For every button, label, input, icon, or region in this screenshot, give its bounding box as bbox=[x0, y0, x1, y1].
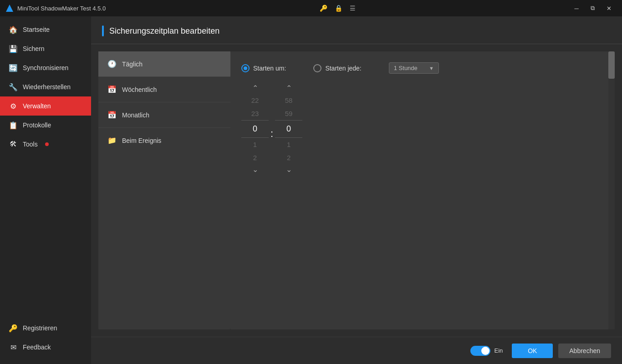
manage-icon: ⚙ bbox=[9, 102, 17, 110]
app-title: MiniTool ShadowMaker Test 4.5.0 bbox=[17, 5, 106, 12]
sidebar-item-registrieren[interactable]: 🔑 Registrieren bbox=[0, 318, 91, 338]
time-picker: ⌃ 22 23 0 1 2 ⌄ : ⌃ 58 bbox=[241, 83, 604, 175]
sidebar-item-protokolle[interactable]: 📋 Protokolle bbox=[0, 116, 91, 135]
feedback-icon: ✉ bbox=[9, 343, 17, 351]
hours-current: 0 bbox=[241, 121, 269, 137]
minutes-below-2: 2 bbox=[275, 151, 302, 164]
sidebar-item-wiederherstellen[interactable]: 🔧 Wiederherstellen bbox=[0, 77, 91, 96]
titlebar: MiniTool ShadowMaker Test 4.5.0 🔑 🔒 ☰ ─ … bbox=[0, 0, 622, 16]
log-icon: 📋 bbox=[9, 121, 17, 129]
radio-start-label: Starten um: bbox=[253, 65, 286, 72]
minutes-column: ⌃ 58 59 0 1 2 ⌄ bbox=[275, 83, 302, 175]
sidebar-spacer bbox=[0, 154, 91, 318]
minutes-above-1: 59 bbox=[275, 107, 302, 120]
chevron-down-icon: ▼ bbox=[429, 66, 434, 71]
schedule-settings-panel: Starten um: Starten jede: 1 Stunde ▼ bbox=[230, 51, 615, 329]
radio-circle-interval bbox=[313, 64, 321, 72]
restore-icon: 🔧 bbox=[9, 83, 17, 91]
sidebar-label-registrieren: Registrieren bbox=[23, 324, 57, 332]
cancel-button[interactable]: Abbrechen bbox=[558, 344, 611, 358]
sidebar-label-protokolle: Protokolle bbox=[23, 121, 51, 129]
event-icon: 📁 bbox=[107, 136, 117, 145]
enable-toggle-container: Ein bbox=[470, 346, 503, 356]
sidebar-label-synchronisieren: Synchronisieren bbox=[23, 64, 68, 71]
close-button[interactable]: ✕ bbox=[602, 2, 617, 15]
sidebar-item-synchronisieren[interactable]: 🔄 Synchronisieren bbox=[0, 58, 91, 77]
minutes-down-button[interactable]: ⌄ bbox=[280, 164, 297, 175]
minutes-up-button[interactable]: ⌃ bbox=[280, 83, 297, 94]
page-title: Sicherungszeitplan bearbeiten bbox=[109, 26, 219, 36]
backup-icon: 💾 bbox=[9, 45, 17, 53]
hours-column: ⌃ 22 23 0 1 2 ⌄ bbox=[241, 83, 269, 175]
schedule-type-beim-ereignis[interactable]: 📁 Beim Ereignis bbox=[98, 128, 230, 153]
sidebar-label-feedback: Feedback bbox=[23, 344, 51, 351]
header-accent-bar bbox=[102, 25, 104, 36]
window-controls: ─ ⧉ ✕ bbox=[569, 2, 617, 15]
sidebar-label-wiederherstellen: Wiederherstellen bbox=[23, 83, 71, 91]
hours-above-1: 23 bbox=[241, 107, 269, 120]
lock-icon[interactable]: 🔒 bbox=[335, 5, 342, 12]
schedule-type-label-monatlich: Monatlich bbox=[122, 111, 149, 119]
sidebar-item-tools[interactable]: 🛠 Tools bbox=[0, 135, 91, 154]
radio-row: Starten um: Starten jede: 1 Stunde ▼ bbox=[241, 62, 604, 74]
titlebar-utility-icons: 🔑 🔒 ☰ bbox=[320, 5, 356, 12]
sidebar-item-sichern[interactable]: 💾 Sichern bbox=[0, 39, 91, 58]
sidebar-label-verwalten: Verwalten bbox=[23, 102, 51, 110]
time-colon-separator: : bbox=[269, 128, 275, 140]
app-logo-icon bbox=[5, 4, 14, 12]
sidebar-item-startseite[interactable]: 🏠 Startseite bbox=[0, 20, 91, 39]
sidebar-label-tools: Tools bbox=[23, 141, 38, 148]
dropdown-value: 1 Stunde bbox=[394, 65, 425, 71]
menu-icon[interactable]: ☰ bbox=[350, 5, 356, 12]
clock-icon: 🕐 bbox=[107, 60, 117, 68]
key-icon[interactable]: 🔑 bbox=[320, 5, 327, 12]
hours-below-2: 2 bbox=[241, 151, 269, 164]
schedule-type-label-taeglich: Täglich bbox=[122, 61, 143, 68]
schedule-type-woechentlich[interactable]: 📅 Wöchentlich bbox=[98, 77, 230, 102]
sidebar-bottom: 🔑 Registrieren ✉ Feedback bbox=[0, 318, 91, 364]
tools-notification-dot bbox=[45, 142, 49, 146]
scrollbar-thumb bbox=[608, 51, 615, 79]
minutes-current: 0 bbox=[275, 121, 302, 137]
radio-interval-label: Starten jede: bbox=[325, 65, 361, 72]
sidebar: 🏠 Startseite 💾 Sichern 🔄 Synchronisieren… bbox=[0, 16, 91, 364]
hours-down-button[interactable]: ⌄ bbox=[247, 164, 264, 175]
minutes-above-2: 58 bbox=[275, 94, 302, 107]
bottom-bar: Ein OK Abbrechen bbox=[91, 337, 622, 364]
register-icon: 🔑 bbox=[9, 324, 17, 332]
hours-up-button[interactable]: ⌃ bbox=[247, 83, 264, 94]
scrollbar[interactable] bbox=[608, 51, 615, 329]
sidebar-label-startseite: Startseite bbox=[23, 26, 50, 33]
hours-above-2: 22 bbox=[241, 94, 269, 107]
schedule-types-panel: 🕐 Täglich 📅 Wöchentlich 📅 Monatlich 📁 Be… bbox=[98, 51, 230, 329]
toggle-label: Ein bbox=[494, 347, 503, 354]
sidebar-item-feedback[interactable]: ✉ Feedback bbox=[0, 338, 91, 357]
main-content: Sicherungszeitplan bearbeiten 🕐 Täglich … bbox=[91, 16, 622, 364]
radio-starten-jede[interactable]: Starten jede: bbox=[313, 64, 361, 72]
minimize-button[interactable]: ─ bbox=[569, 2, 584, 15]
schedule-type-label-woechentlich: Wöchentlich bbox=[122, 86, 157, 93]
radio-circle-start bbox=[241, 64, 250, 72]
app-body: 🏠 Startseite 💾 Sichern 🔄 Synchronisieren… bbox=[0, 16, 622, 364]
hours-below-1: 1 bbox=[241, 138, 269, 151]
titlebar-left: MiniTool ShadowMaker Test 4.5.0 bbox=[5, 4, 106, 12]
ok-button[interactable]: OK bbox=[512, 344, 553, 358]
sidebar-label-sichern: Sichern bbox=[23, 45, 44, 52]
enable-toggle[interactable] bbox=[470, 346, 490, 356]
interval-dropdown[interactable]: 1 Stunde ▼ bbox=[389, 62, 439, 74]
radio-start-um[interactable]: Starten um: bbox=[241, 64, 286, 72]
schedule-type-monatlich[interactable]: 📅 Monatlich bbox=[98, 102, 230, 128]
sync-icon: 🔄 bbox=[9, 64, 17, 72]
home-icon: 🏠 bbox=[9, 25, 17, 34]
schedule-body: 🕐 Täglich 📅 Wöchentlich 📅 Monatlich 📁 Be… bbox=[91, 44, 622, 337]
page-header: Sicherungszeitplan bearbeiten bbox=[91, 16, 622, 44]
toggle-thumb bbox=[481, 347, 489, 355]
tools-icon: 🛠 bbox=[9, 140, 17, 148]
restore-button[interactable]: ⧉ bbox=[586, 2, 600, 15]
schedule-type-taeglich[interactable]: 🕐 Täglich bbox=[98, 51, 230, 77]
calendar-weekly-icon: 📅 bbox=[107, 85, 117, 94]
svg-marker-0 bbox=[6, 5, 13, 12]
calendar-monthly-icon: 📅 bbox=[107, 111, 117, 119]
minutes-below-1: 1 bbox=[275, 138, 302, 151]
sidebar-item-verwalten[interactable]: ⚙ Verwalten bbox=[0, 96, 91, 116]
